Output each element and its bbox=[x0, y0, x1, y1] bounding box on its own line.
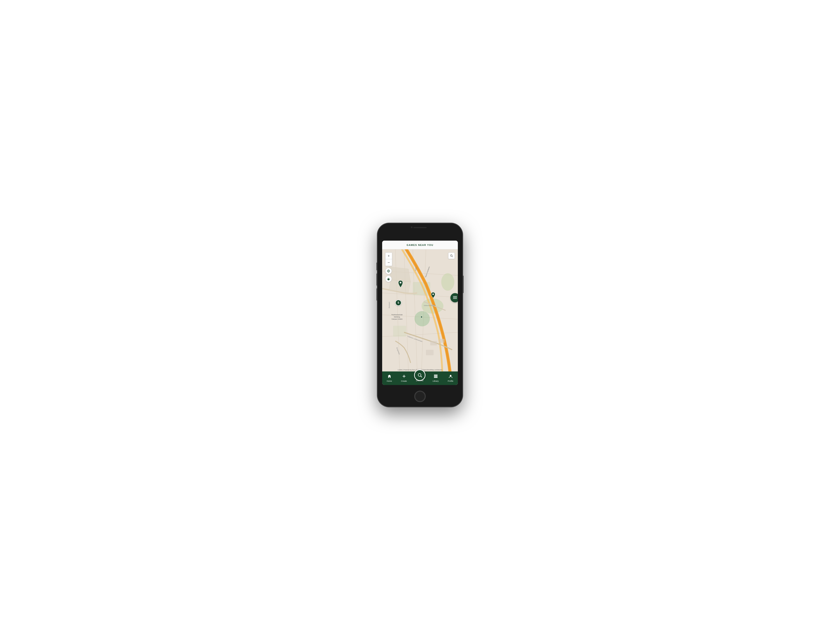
svg-point-34 bbox=[450, 255, 452, 256]
library-icon bbox=[434, 374, 438, 379]
map-marker-2[interactable] bbox=[431, 292, 436, 299]
create-icon bbox=[402, 374, 406, 379]
nav-item-library[interactable]: Library bbox=[431, 373, 441, 383]
map-search-button[interactable] bbox=[448, 253, 455, 259]
profile-label: Profile bbox=[448, 380, 453, 382]
svg-point-37 bbox=[433, 294, 434, 295]
create-label: Create bbox=[401, 380, 407, 382]
speaker bbox=[414, 227, 426, 228]
home-button[interactable] bbox=[414, 391, 426, 402]
mute-button[interactable] bbox=[376, 262, 377, 270]
phone-body: GAMES NEAR YOU bbox=[377, 223, 463, 407]
svg-text:Vollererholstraße: Vollererholstraße bbox=[424, 305, 435, 306]
nav-item-discover[interactable]: Discover bbox=[414, 374, 425, 382]
svg-rect-47 bbox=[434, 377, 437, 378]
svg-rect-40 bbox=[453, 298, 457, 299]
svg-rect-13 bbox=[430, 341, 437, 346]
zoom-controls: + − bbox=[385, 253, 392, 266]
svg-rect-12 bbox=[393, 326, 406, 337]
svg-point-36 bbox=[399, 282, 401, 284]
phone-wrapper: GAMES NEAR YOU bbox=[374, 221, 466, 409]
power-button[interactable] bbox=[463, 276, 464, 293]
svg-rect-38 bbox=[453, 296, 457, 297]
volume-up-button[interactable] bbox=[376, 273, 377, 286]
cluster-count: 5 bbox=[395, 300, 401, 306]
nav-item-home[interactable]: Home bbox=[385, 373, 394, 383]
zoom-out-button[interactable]: − bbox=[385, 259, 392, 266]
svg-point-48 bbox=[450, 375, 451, 376]
svg-text:Salzburg,: Salzburg, bbox=[394, 316, 400, 318]
map-list-button[interactable] bbox=[450, 293, 458, 302]
svg-rect-46 bbox=[434, 376, 437, 377]
profile-icon bbox=[448, 374, 453, 379]
map-area[interactable]: Halle... Tauern Autobahn Riesbach Voller… bbox=[382, 249, 458, 371]
nav-item-profile[interactable]: Profile bbox=[446, 373, 455, 383]
svg-point-26 bbox=[388, 271, 389, 272]
svg-line-35 bbox=[452, 256, 453, 257]
svg-point-11 bbox=[441, 273, 454, 291]
park-area bbox=[415, 311, 430, 326]
map-marker-1[interactable] bbox=[398, 280, 404, 289]
svg-rect-15 bbox=[426, 350, 434, 355]
zoom-in-button[interactable]: + bbox=[385, 253, 392, 259]
nav-item-create[interactable]: Create bbox=[399, 373, 409, 383]
svg-line-44 bbox=[421, 376, 422, 377]
volume-down-button[interactable] bbox=[376, 288, 377, 300]
library-label: Library bbox=[433, 380, 439, 382]
svg-rect-14 bbox=[439, 339, 445, 343]
locate-button[interactable] bbox=[385, 268, 392, 274]
phone-screen: GAMES NEAR YOU bbox=[382, 241, 458, 385]
map-cluster-marker[interactable]: 5 bbox=[395, 300, 401, 306]
map-background: Halle... Tauern Autobahn Riesbach Voller… bbox=[382, 249, 458, 371]
svg-rect-39 bbox=[453, 297, 457, 298]
bottom-nav: Home Create bbox=[382, 371, 458, 385]
layers-button[interactable] bbox=[385, 276, 392, 282]
svg-text:Riesbach: Riesbach bbox=[388, 302, 390, 308]
svg-text:Campus Urstein: Campus Urstein bbox=[392, 318, 403, 320]
discover-fab[interactable] bbox=[414, 369, 425, 381]
svg-rect-45 bbox=[434, 375, 437, 376]
svg-text:Fachhochschule: Fachhochschule bbox=[392, 314, 403, 316]
location-dot bbox=[421, 316, 422, 318]
home-label: Home bbox=[387, 380, 392, 382]
front-camera bbox=[411, 226, 412, 228]
home-icon bbox=[387, 374, 392, 379]
app-header: GAMES NEAR YOU bbox=[382, 241, 458, 249]
page-title: GAMES NEAR YOU bbox=[407, 244, 433, 246]
map-controls: + − bbox=[385, 253, 392, 282]
